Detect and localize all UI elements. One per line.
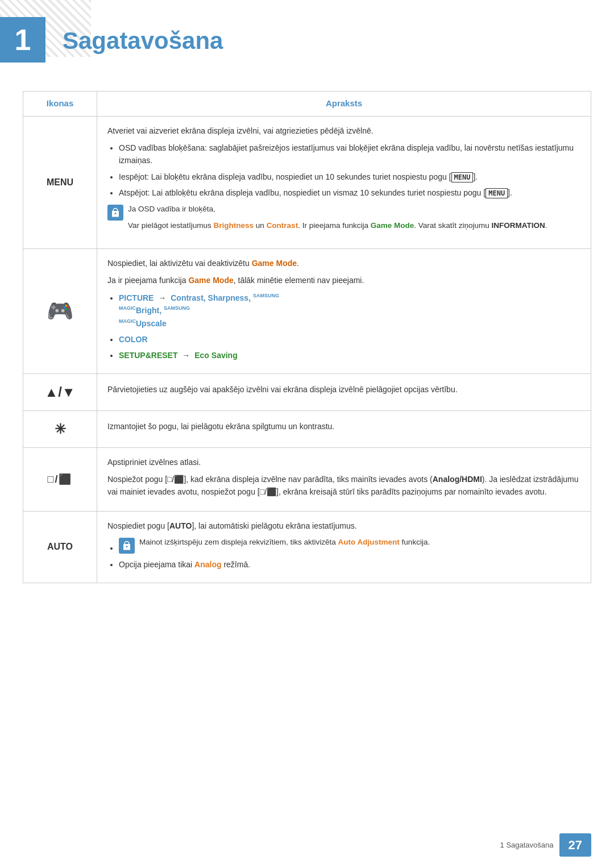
auto-note-text-1: Mainot izšķirtspēju zem displeja rekvizī… xyxy=(139,537,580,548)
chapter-title: Sagatavošana xyxy=(45,17,223,59)
desc-cell-squares: Apstipriniet izvēlnes atlasi. Nospiežot … xyxy=(97,447,591,511)
table-row: □/⬛ Apstipriniet izvēlnes atlasi. Nospie… xyxy=(23,447,591,511)
arrows-desc-1: Pārvietojieties uz augšējo vai apakšējo … xyxy=(107,383,580,396)
col-header-desc: Apraksts xyxy=(97,92,591,117)
desc-cell-menu: Atveriet vai aizveriet ekrāna displeja i… xyxy=(97,116,591,248)
arrow-2: → xyxy=(182,349,190,362)
sun-icon: ✳ xyxy=(55,421,66,437)
game-mode-text-1: Game Mode xyxy=(252,259,297,268)
eco-saving-label: Eco Saving xyxy=(194,351,237,360)
note-icon-svg-2 xyxy=(122,541,132,551)
desc-cell-gamepad: Nospiediet, lai aktivizētu vai deaktiviz… xyxy=(97,248,591,373)
picture-label: PICTURE xyxy=(119,293,154,302)
table-row: ✳ Izmantojiet šo pogu, lai pielāgotu ekr… xyxy=(23,410,591,447)
sun-desc-1: Izmantojiet šo pogu, lai pielāgotu ekrān… xyxy=(107,420,580,433)
chapter-number: 1 xyxy=(0,17,45,63)
auto-list-1: Mainot izšķirtspēju zem displeja rekvizī… xyxy=(119,537,580,554)
icon-cell-gamepad: 🎮 xyxy=(23,248,97,373)
table-row: ▲/▼ Pārvietojieties uz augšējo vai apakš… xyxy=(23,373,591,410)
icon-cell-squares: □/⬛ xyxy=(23,447,97,511)
gamepad-desc-1: Nospiediet, lai aktivizētu vai deaktiviz… xyxy=(107,257,580,269)
auto-icon-label: AUTO xyxy=(47,542,73,551)
setup-label: SETUP&RESET xyxy=(119,351,177,360)
auto-key: AUTO xyxy=(169,521,192,530)
col-header-icon: Ikonas xyxy=(23,92,97,117)
note-box-menu: Ja OSD vadība ir bloķēta, Var pielāgot i… xyxy=(107,203,580,236)
table-row: AUTO Nospiediet pogu [AUTO], lai automāt… xyxy=(23,511,591,583)
menu-icon-label: MENU xyxy=(47,177,73,187)
gamepad-list-1: PICTURE → Contrast, Sharpness, SAMSUNGMA… xyxy=(119,292,580,330)
note-line-2: Var pielāgot iestatījumus Brightness un … xyxy=(128,220,580,231)
icon-cell-auto: AUTO xyxy=(23,511,97,583)
note-icon-1 xyxy=(107,205,123,221)
lock-icon xyxy=(110,207,121,218)
menu-key-2: MENU xyxy=(486,188,508,198)
gamepad-icon: 🎮 xyxy=(47,299,73,323)
icon-cell-menu: MENU xyxy=(23,116,97,248)
page-footer: 1 Sagatavošana 27 xyxy=(500,833,591,857)
menu-desc-4: Atspējot: Lai atbloķētu ekrāna displeja … xyxy=(119,186,580,199)
gamepad-list-3: SETUP&RESET → Eco Saving xyxy=(119,349,580,362)
auto-desc-1: Nospiediet pogu [AUTO], lai automātiski … xyxy=(107,520,580,532)
game-mode-text-2: Game Mode xyxy=(188,276,233,285)
gamepad-list-2: COLOR xyxy=(119,333,580,346)
auto-list-2: Opcija pieejama tikai Analog režīmā. xyxy=(119,558,580,571)
analog-label: Analog xyxy=(194,560,221,569)
squares-desc-2: Nospiežot pogu [□/⬛], kad ekrāna displej… xyxy=(107,473,580,499)
menu-desc-2: OSD vadības bloķēšana: saglabājiet pašre… xyxy=(119,142,580,167)
icon-cell-sun: ✳ xyxy=(23,410,97,447)
table-row: MENU Atveriet vai aizveriet ekrāna displ… xyxy=(23,116,591,248)
arrow-1: → xyxy=(158,292,166,304)
brightness-label: Brightness xyxy=(214,221,254,230)
content-table: Ikonas Apraksts MENU Atveriet vai aizver… xyxy=(23,91,591,583)
auto-adjustment-label: Auto Adjustment xyxy=(338,538,400,546)
table-row: 🎮 Nospiediet, lai aktivizētu vai deaktiv… xyxy=(23,248,591,373)
gamepad-desc-2: Ja ir pieejama funkcija Game Mode, tālāk… xyxy=(107,274,580,286)
note-text-menu: Ja OSD vadība ir bloķēta, Var pielāgot i… xyxy=(128,203,580,236)
updown-arrow-icon: ▲/▼ xyxy=(44,384,75,400)
auto-note-box: Mainot izšķirtspēju zem displeja rekvizī… xyxy=(119,537,580,554)
note-line-1: Ja OSD vadība ir bloķēta, xyxy=(128,203,580,215)
menu-desc-1: Atveriet vai aizveriet ekrāna displeja i… xyxy=(107,124,580,137)
footer-page-number: 27 xyxy=(559,833,591,857)
game-mode-label-1: Game Mode xyxy=(371,221,414,230)
menu-key-1: MENU xyxy=(451,172,474,182)
color-label: COLOR xyxy=(119,335,148,344)
desc-cell-auto: Nospiediet pogu [AUTO], lai automātiski … xyxy=(97,511,591,583)
contrast-label: Contrast xyxy=(267,221,298,230)
footer-chapter-label: 1 Sagatavošana xyxy=(500,840,554,851)
desc-cell-arrows: Pārvietojieties uz augšējo vai apakšējo … xyxy=(97,373,591,410)
icon-cell-arrows: ▲/▼ xyxy=(23,373,97,410)
squares-icon: □/⬛ xyxy=(48,474,73,485)
note-icon-2 xyxy=(119,538,135,554)
information-label: INFORMATION xyxy=(492,221,545,230)
analog-hdmi-label: Analog/HDMI xyxy=(433,475,482,484)
squares-desc-1: Apstipriniet izvēlnes atlasi. xyxy=(107,456,580,468)
menu-desc-3: Iespējot: Lai bloķētu ekrāna displeja va… xyxy=(119,171,580,183)
desc-cell-sun: Izmantojiet šo pogu, lai pielāgotu ekrān… xyxy=(97,410,591,447)
